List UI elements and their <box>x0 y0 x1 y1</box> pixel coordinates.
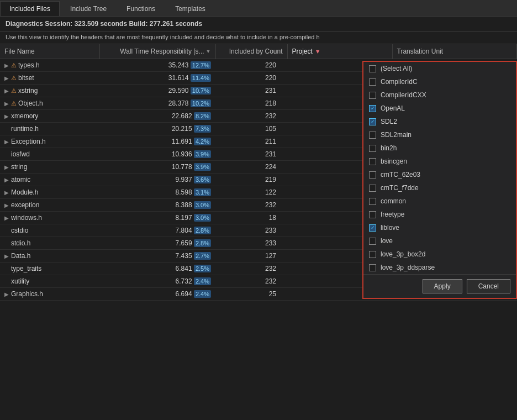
apply-button[interactable]: Apply <box>423 279 462 293</box>
checkbox[interactable] <box>369 251 376 258</box>
dropdown-item[interactable]: love_3p_ddsparse <box>363 261 516 274</box>
percent-badge: 7.3% <box>194 125 211 133</box>
tab-included-files[interactable]: Included Files <box>0 1 60 16</box>
expand-arrow-icon[interactable]: ▶ <box>4 215 9 221</box>
col-walltime: Wall Time Responsibility [s... ▼ <box>99 44 215 59</box>
col-project[interactable]: Project ▼ <box>287 44 392 59</box>
dropdown-item[interactable]: cmTC_62e03 <box>363 168 516 181</box>
expand-arrow-icon[interactable]: ▶ <box>4 202 9 208</box>
expand-arrow-icon[interactable]: ▶ <box>4 62 9 69</box>
expand-arrow-icon: ▶ <box>4 151 9 158</box>
filename-label: string <box>11 163 27 171</box>
cell-filename: ▶atomic <box>0 174 99 186</box>
expand-arrow-icon[interactable]: ▶ <box>4 291 9 297</box>
checkbox[interactable] <box>369 238 376 245</box>
cell-filename: ▶Data.h <box>0 250 99 262</box>
dropdown-item-label: SDL2 <box>381 118 397 125</box>
dropdown-item[interactable]: CompilerIdC <box>363 75 516 88</box>
main-content: File Name Wall Time Responsibility [s...… <box>0 44 517 414</box>
filename-label: Exception.h <box>11 138 46 145</box>
checkbox[interactable] <box>369 158 376 165</box>
dropdown-item[interactable]: (Select All) <box>363 62 516 75</box>
cell-count: 231 <box>215 85 287 97</box>
project-filter-dropdown: (Select All)CompilerIdCCompilerIdCXXOpen… <box>362 61 517 299</box>
dropdown-item-label: liblove <box>381 224 399 232</box>
checkbox[interactable] <box>369 105 376 112</box>
expand-arrow-icon[interactable]: ▶ <box>4 164 9 170</box>
dropdown-item[interactable]: bin2h <box>363 141 516 155</box>
cell-walltime: 10.778 3.9% <box>99 161 215 174</box>
dropdown-item[interactable]: cmTC_f7dde <box>363 181 516 195</box>
dropdown-item-label: bsincgen <box>381 158 407 165</box>
percent-badge: 12.7% <box>191 61 211 69</box>
expand-arrow-icon: ▶ <box>4 266 9 272</box>
expand-arrow-icon[interactable]: ▶ <box>4 101 9 107</box>
expand-arrow-icon[interactable]: ▶ <box>4 75 9 81</box>
filename-label: Data.h <box>11 252 30 260</box>
dropdown-item[interactable]: common <box>363 195 516 208</box>
checkbox[interactable] <box>369 145 376 152</box>
percent-badge: 3.0% <box>194 214 211 222</box>
checkbox[interactable] <box>369 78 376 86</box>
dropdown-item[interactable]: SDL2 <box>363 115 516 128</box>
tab-include-tree[interactable]: Include Tree <box>61 1 116 16</box>
expand-arrow-icon[interactable]: ▶ <box>4 113 9 119</box>
cell-filename: ▶string <box>0 161 99 174</box>
dropdown-item[interactable]: OpenAL <box>363 102 516 115</box>
checkbox[interactable] <box>369 132 376 139</box>
filename-label: Module.h <box>11 188 38 196</box>
dropdown-item[interactable]: CompilerIdCXX <box>363 88 516 102</box>
checkbox[interactable] <box>369 185 376 192</box>
dropdown-item[interactable]: love <box>363 234 516 248</box>
checkbox[interactable] <box>369 92 376 99</box>
dropdown-item[interactable]: love_3p_box2d <box>363 248 516 261</box>
cell-count: 233 <box>215 224 287 237</box>
cell-count: 220 <box>215 72 287 85</box>
cell-count: 18 <box>215 212 287 224</box>
expand-arrow-icon: ▶ <box>4 126 9 132</box>
dropdown-item-label: freetype <box>381 211 404 218</box>
expand-arrow-icon[interactable]: ▶ <box>4 177 9 183</box>
filename-label: runtime.h <box>11 125 39 133</box>
dropdown-item[interactable]: freetype <box>363 208 516 221</box>
checkbox[interactable] <box>369 171 376 179</box>
expand-arrow-icon[interactable]: ▶ <box>4 253 9 259</box>
filename-label: windows.h <box>11 214 42 222</box>
project-filter-list[interactable]: (Select All)CompilerIdCCompilerIdCXXOpen… <box>363 62 516 274</box>
percent-badge: 8.2% <box>194 112 211 120</box>
cell-walltime: 6.841 2.5% <box>99 262 215 275</box>
cell-walltime: 8.598 3.1% <box>99 186 215 199</box>
checkbox[interactable] <box>369 118 376 125</box>
dropdown-item[interactable]: SDL2main <box>363 128 516 141</box>
checkbox[interactable] <box>369 211 376 218</box>
percent-badge: 3.9% <box>194 150 211 158</box>
tab-templates[interactable]: Templates <box>166 1 215 16</box>
percent-badge: 4.2% <box>194 138 211 145</box>
cell-walltime: 8.197 3.0% <box>99 212 215 224</box>
percent-badge: 3.1% <box>194 188 211 196</box>
dropdown-item[interactable]: bsincgen <box>363 155 516 168</box>
percent-badge: 10.2% <box>191 99 211 107</box>
percent-badge: 2.8% <box>194 239 211 247</box>
filter-icon: ▼ <box>315 48 321 55</box>
tab-functions[interactable]: Functions <box>117 1 165 16</box>
expand-arrow-icon: ▶ <box>4 240 9 246</box>
checkbox[interactable] <box>369 264 376 271</box>
cell-count: 219 <box>215 174 287 186</box>
cell-walltime: 10.936 3.9% <box>99 148 215 161</box>
filename-label: type_traits <box>11 265 41 272</box>
dropdown-item-label: (Select All) <box>381 65 412 72</box>
expand-arrow-icon[interactable]: ▶ <box>4 190 9 196</box>
dropdown-item[interactable]: liblove <box>363 221 516 234</box>
expand-arrow-icon[interactable]: ▶ <box>4 88 9 94</box>
checkbox[interactable] <box>369 224 376 232</box>
dropdown-item-label: love_3p_ddsparse <box>381 264 435 271</box>
percent-badge: 11.4% <box>191 74 211 82</box>
expand-arrow-icon[interactable]: ▶ <box>4 139 9 145</box>
checkbox[interactable] <box>369 65 376 72</box>
dropdown-item-label: love <box>381 237 393 245</box>
cell-walltime: 9.937 3.6% <box>99 174 215 186</box>
checkbox[interactable] <box>369 198 376 205</box>
cancel-button[interactable]: Cancel <box>467 279 510 293</box>
cell-walltime: 20.215 7.3% <box>99 123 215 135</box>
